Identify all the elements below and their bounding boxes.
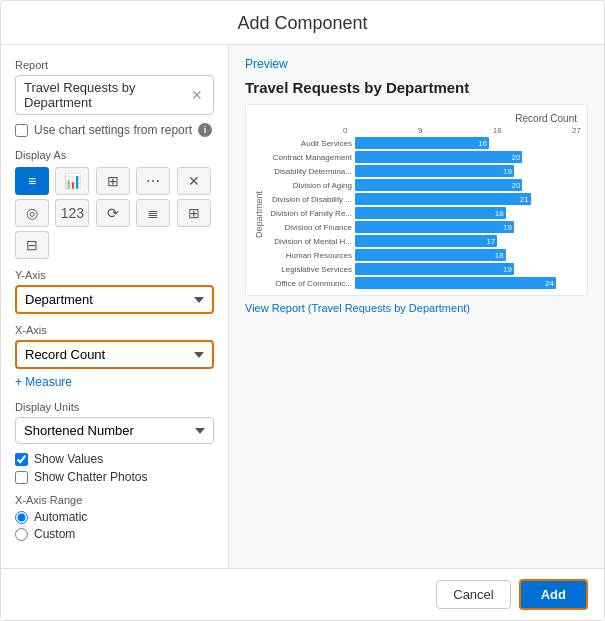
bar-dept-label: Division of Family Re...	[264, 209, 352, 218]
x-axis-select[interactable]: Record Count	[15, 340, 214, 369]
display-combo-btn[interactable]: ✕	[177, 167, 211, 195]
chart-area: Record Count 0 9 18 27 Department Audit …	[245, 104, 588, 296]
bar-fill: 20	[355, 179, 522, 191]
tick-27: 27	[572, 126, 581, 135]
display-donut-btn[interactable]: ◎	[15, 199, 49, 227]
preview-label: Preview	[245, 57, 588, 71]
bar-fill: 18	[355, 249, 506, 261]
bar-fill: 18	[355, 207, 506, 219]
bar-fill: 16	[355, 137, 489, 149]
display-table-btn[interactable]: ⊟	[15, 231, 49, 259]
display-as-label: Display As	[15, 149, 214, 161]
bar-value: 20	[512, 181, 523, 190]
bar-track: 24	[355, 277, 581, 289]
show-chatter-label: Show Chatter Photos	[34, 470, 147, 484]
bar-row: Office of Communic...24	[264, 277, 581, 289]
display-as-grid-2: ◎ 123 ⟳ ≣ ⊞	[15, 199, 214, 227]
bar-value: 19	[503, 265, 514, 274]
display-number-btn[interactable]: 123	[55, 199, 89, 227]
display-units-label: Display Units	[15, 401, 214, 413]
bar-dept-label: Legislative Services	[264, 265, 352, 274]
show-values-checkbox[interactable]	[15, 453, 28, 466]
left-panel: Report Travel Requests by Department ✕ U…	[1, 45, 229, 568]
bar-track: 16	[355, 137, 581, 149]
bar-row: Contract Management20	[264, 151, 581, 163]
bar-value: 20	[512, 153, 523, 162]
display-units-select[interactable]: Shortened Number Full Number	[15, 417, 214, 444]
bar-row: Audit Services16	[264, 137, 581, 149]
bars-container: Audit Services16Contract Management20Dis…	[264, 137, 581, 291]
bar-value: 17	[486, 237, 497, 246]
xaxis-custom-row: Custom	[15, 527, 214, 541]
x-axis-tick-labels: 0 9 18 27	[252, 126, 581, 135]
bar-track: 20	[355, 151, 581, 163]
bar-value: 18	[495, 251, 506, 260]
display-bar-vertical-btn[interactable]: 📊	[55, 167, 89, 195]
display-heat-btn[interactable]: ⊞	[177, 199, 211, 227]
show-chatter-row: Show Chatter Photos	[15, 470, 214, 484]
x-axis-label: Record Count	[515, 113, 577, 124]
modal-body: Report Travel Requests by Department ✕ U…	[1, 45, 604, 568]
bar-track: 20	[355, 179, 581, 191]
xaxis-auto-row: Automatic	[15, 510, 214, 524]
xaxis-custom-label: Custom	[34, 527, 75, 541]
bar-row: Division of Mental H...17	[264, 235, 581, 247]
bar-dept-label: Contract Management	[264, 153, 352, 162]
y-axis-select[interactable]: Department	[15, 285, 214, 314]
add-measure-link[interactable]: + Measure	[15, 375, 214, 389]
display-scatter-btn[interactable]: ⋯	[136, 167, 170, 195]
bar-track: 18	[355, 207, 581, 219]
bar-row: Disability Determina...19	[264, 165, 581, 177]
bar-fill: 21	[355, 193, 531, 205]
bar-dept-label: Division of Disability ...	[264, 195, 352, 204]
bar-value: 24	[545, 279, 556, 288]
report-clear-button[interactable]: ✕	[189, 87, 205, 103]
bar-track: 19	[355, 165, 581, 177]
display-bar-horizontal-btn[interactable]: ≡	[15, 167, 49, 195]
bar-row: Division of Finance19	[264, 221, 581, 233]
chart-content: Department Audit Services16Contract Mana…	[252, 137, 581, 291]
bar-track: 17	[355, 235, 581, 247]
xaxis-auto-radio[interactable]	[15, 511, 28, 524]
bar-track: 18	[355, 249, 581, 261]
preview-chart-title: Travel Requests by Department	[245, 79, 588, 96]
bar-value: 19	[503, 223, 514, 232]
bar-fill: 24	[355, 277, 556, 289]
chart-settings-row: Use chart settings from report i	[15, 123, 214, 137]
bar-fill: 19	[355, 165, 514, 177]
report-select-wrapper[interactable]: Travel Requests by Department ✕	[15, 75, 214, 115]
bar-dept-label: Audit Services	[264, 139, 352, 148]
bar-track: 21	[355, 193, 581, 205]
chart-settings-checkbox[interactable]	[15, 124, 28, 137]
cancel-button[interactable]: Cancel	[436, 580, 510, 609]
bar-track: 19	[355, 263, 581, 275]
tick-9: 9	[418, 126, 422, 135]
modal-container: Add Component Report Travel Requests by …	[0, 0, 605, 621]
display-funnel-btn[interactable]: ≣	[136, 199, 170, 227]
bar-fill: 17	[355, 235, 497, 247]
tick-18: 18	[493, 126, 502, 135]
modal-title: Add Component	[237, 13, 367, 33]
add-button[interactable]: Add	[519, 579, 588, 610]
show-values-row: Show Values	[15, 452, 214, 466]
bar-row: Human Resources18	[264, 249, 581, 261]
display-line-btn[interactable]: ⊞	[96, 167, 130, 195]
bar-row: Division of Aging20	[264, 179, 581, 191]
xaxis-custom-radio[interactable]	[15, 528, 28, 541]
bar-dept-label: Division of Aging	[264, 181, 352, 190]
xaxis-auto-label: Automatic	[34, 510, 87, 524]
info-icon[interactable]: i	[198, 123, 212, 137]
view-report-link[interactable]: View Report (Travel Requests by Departme…	[245, 302, 588, 314]
report-section-label: Report	[15, 59, 214, 71]
right-panel: Preview Travel Requests by Department Re…	[229, 45, 604, 568]
bar-row: Legislative Services19	[264, 263, 581, 275]
x-axis-section-label: X-Axis	[15, 324, 214, 336]
bar-row: Division of Family Re...18	[264, 207, 581, 219]
report-select-text: Travel Requests by Department	[24, 80, 189, 110]
modal-footer: Cancel Add	[1, 568, 604, 620]
bar-dept-label: Division of Finance	[264, 223, 352, 232]
modal-header: Add Component	[1, 1, 604, 45]
display-gauge-btn[interactable]: ⟳	[96, 199, 130, 227]
tick-0: 0	[343, 126, 347, 135]
show-chatter-checkbox[interactable]	[15, 471, 28, 484]
